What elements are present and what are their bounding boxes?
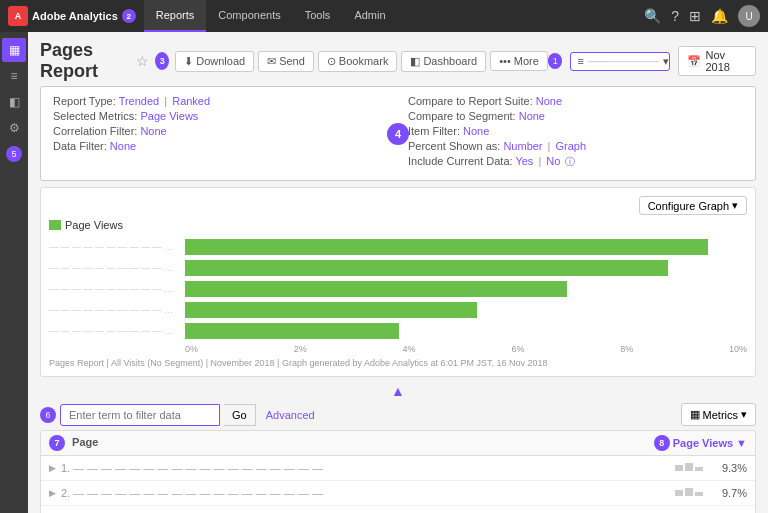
row-rank: ▶ 1.: [49, 462, 73, 474]
dashboard-button[interactable]: ◧ Dashboard: [401, 51, 486, 72]
svg-rect-4: [685, 488, 693, 496]
col-page-header: 7 Page: [49, 435, 654, 451]
current-no-link[interactable]: No: [546, 155, 560, 167]
main-container: ▦ ≡ ◧ ⚙ 5 Pages Report ☆ 3 ⬇ Download ✉ …: [0, 32, 768, 513]
report-title-area: Pages Report ☆ 3 ⬇ Download ✉ Send ⊙ Boo…: [40, 40, 548, 82]
more-icon: •••: [499, 55, 511, 67]
axis-label: 10%: [729, 344, 747, 354]
correlation-row: Correlation Filter: None: [53, 125, 388, 137]
chart-caption: Pages Report | All Visits (No Segment) |…: [49, 358, 747, 368]
filter-left: 6 Go Advanced: [40, 404, 315, 426]
chart-axis: 0%2%4%6%8%10%: [185, 344, 747, 354]
correlation-link[interactable]: None: [140, 125, 166, 137]
suite-placeholder: ──────────: [588, 56, 659, 67]
svg-rect-1: [685, 463, 693, 471]
item-filter-link[interactable]: None: [463, 125, 489, 137]
table-badge: 7: [49, 435, 65, 451]
info-panel-left: Report Type: Trended | Ranked Selected M…: [53, 95, 388, 172]
row-expander-icon[interactable]: ▶: [49, 488, 56, 498]
row-sparkline: [675, 461, 705, 475]
compare-suite-link[interactable]: None: [536, 95, 562, 107]
info-panel-right: Compare to Report Suite: None Compare to…: [408, 95, 743, 172]
panel-badge: 4: [387, 123, 409, 145]
nav-logo-badge: 2: [122, 9, 136, 23]
sidebar-icon-table[interactable]: ▦: [2, 38, 26, 62]
info-icon: ⓘ: [565, 156, 575, 167]
metrics-value-link[interactable]: Page Views: [140, 110, 198, 122]
chart-bar-row: — — — — — — — — — — — — —: [49, 281, 747, 297]
trended-link[interactable]: Trended: [119, 95, 160, 107]
data-filter-link[interactable]: None: [110, 140, 136, 152]
nav-tab-components[interactable]: Components: [206, 0, 292, 32]
table-row: ▶ 3. — — — — — — — — — — — — — — — — — —…: [41, 506, 755, 513]
item-filter-row: Item Filter: None: [408, 125, 743, 137]
bar-label: — — — — — — — — — — — — —: [49, 305, 179, 315]
report-badge: 3: [155, 52, 169, 70]
table-header-row: 7 Page 8 Page Views ▼: [41, 431, 755, 456]
bar-track: [185, 302, 747, 318]
bar-label: — — — — — — — — — — — — —: [49, 326, 179, 336]
adobe-logo-icon: A: [8, 6, 28, 26]
col-pageviews-header[interactable]: 8 Page Views ▼: [654, 435, 747, 451]
nav-logo-text: Adobe Analytics: [32, 10, 118, 22]
table-body: ▶ 1. — — — — — — — — — — — — — — — — — —…: [41, 456, 755, 513]
current-data-row: Include Current Data: Yes | No ⓘ: [408, 155, 743, 169]
row-page-link[interactable]: — — — — — — — — — — — — — — — — — —: [73, 487, 675, 499]
bar-track: [185, 260, 747, 276]
download-button[interactable]: ⬇ Download: [175, 51, 254, 72]
avatar[interactable]: U: [738, 5, 760, 27]
report-header: Pages Report ☆ 3 ⬇ Download ✉ Send ⊙ Boo…: [28, 32, 768, 86]
filter-input[interactable]: [60, 404, 220, 426]
configure-graph-button[interactable]: Configure Graph ▾: [639, 196, 747, 215]
filter-go-button[interactable]: Go: [224, 404, 256, 426]
data-table: 7 Page 8 Page Views ▼ ▶ 1. — — — — — — —…: [40, 430, 756, 513]
compare-seg-link[interactable]: None: [519, 110, 545, 122]
bar-track: [185, 281, 747, 297]
report-type-row: Report Type: Trended | Ranked: [53, 95, 388, 107]
bell-icon[interactable]: 🔔: [711, 8, 728, 24]
metrics-button[interactable]: ▦ Metrics ▾: [681, 403, 756, 426]
bookmark-button[interactable]: ⊙ Bookmark: [318, 51, 398, 72]
star-icon[interactable]: ☆: [136, 53, 149, 69]
filter-advanced-link[interactable]: Advanced: [266, 409, 315, 421]
row-value: 9.7%: [711, 487, 747, 499]
toolbar-actions: ⬇ Download ✉ Send ⊙ Bookmark ◧ Dashboard: [175, 51, 548, 72]
nav-tab-admin[interactable]: Admin: [342, 0, 397, 32]
chart-bar-row: — — — — — — — — — — — — —: [49, 302, 747, 318]
more-button[interactable]: ••• More: [490, 51, 548, 71]
bar-fill: [185, 260, 668, 276]
sidebar-icon-chart[interactable]: ≡: [2, 64, 26, 88]
chart-header: Configure Graph ▾: [49, 196, 747, 215]
bookmark-icon: ⊙: [327, 55, 336, 68]
search-icon[interactable]: 🔍: [644, 8, 661, 24]
calendar-icon: 📅: [687, 55, 701, 68]
percent-number-link[interactable]: Number: [503, 140, 542, 152]
current-yes-link[interactable]: Yes: [515, 155, 533, 167]
help-icon[interactable]: ?: [671, 8, 679, 24]
nav-logo[interactable]: A Adobe Analytics 2: [8, 6, 136, 26]
percent-graph-link[interactable]: Graph: [556, 140, 587, 152]
svg-rect-3: [675, 490, 683, 496]
row-expander-icon[interactable]: ▶: [49, 463, 56, 473]
sidebar-badge: 5: [6, 146, 22, 162]
send-button[interactable]: ✉ Send: [258, 51, 314, 72]
chart-container: Configure Graph ▾ Page Views — — — — — —…: [40, 187, 756, 377]
ranked-link[interactable]: Ranked: [172, 95, 210, 107]
nav-tab-tools[interactable]: Tools: [293, 0, 343, 32]
sidebar-icon-settings[interactable]: ⚙: [2, 116, 26, 140]
content-area: Pages Report ☆ 3 ⬇ Download ✉ Send ⊙ Boo…: [28, 32, 768, 513]
chart-legend: Page Views: [49, 219, 747, 231]
sidebar-icon-funnel[interactable]: ◧: [2, 90, 26, 114]
left-sidebar: ▦ ≡ ◧ ⚙ 5: [0, 32, 28, 513]
bar-fill: [185, 302, 477, 318]
grid-icon[interactable]: ⊞: [689, 8, 701, 24]
date-picker[interactable]: 📅 Nov 2018: [678, 46, 756, 76]
metrics-chevron-icon: ▾: [741, 408, 747, 421]
nav-right: 🔍 ? ⊞ 🔔 U: [644, 5, 760, 27]
row-page-link[interactable]: — — — — — — — — — — — — — — — — — —: [73, 462, 675, 474]
suite-badge: 1: [548, 53, 563, 69]
nav-tab-reports[interactable]: Reports: [144, 0, 207, 32]
bar-track: [185, 239, 747, 255]
suite-select[interactable]: ≡ ────────── ▾: [570, 52, 670, 71]
nav-tabs: Reports Components Tools Admin: [144, 0, 398, 32]
